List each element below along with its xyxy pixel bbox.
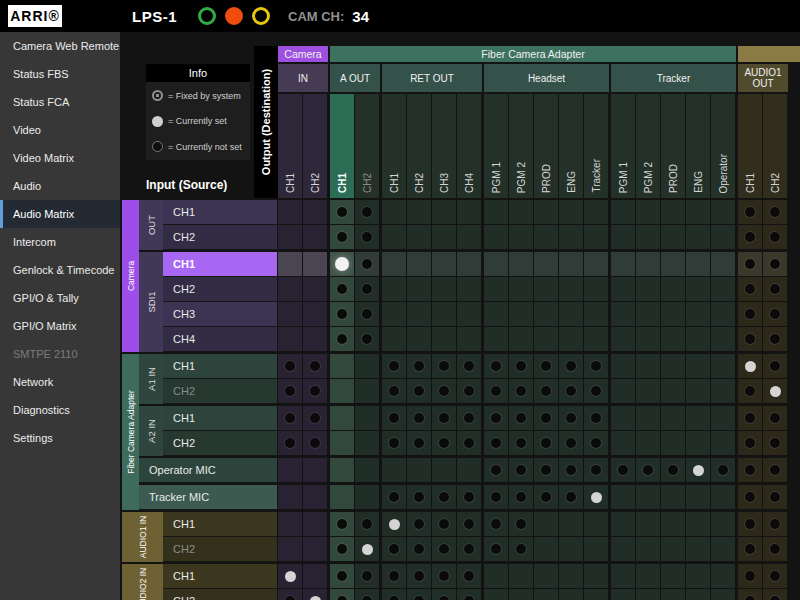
matrix-cell[interactable] <box>559 277 584 302</box>
matrix-cell[interactable] <box>738 406 763 431</box>
matrix-cell[interactable] <box>636 564 661 589</box>
matrix-cell[interactable] <box>330 302 355 327</box>
matrix-cell[interactable] <box>432 537 457 562</box>
matrix-cell[interactable] <box>763 564 788 589</box>
matrix-cell[interactable] <box>355 564 380 589</box>
matrix-cell[interactable] <box>509 302 534 327</box>
matrix-cell[interactable] <box>611 406 636 431</box>
matrix-cell[interactable] <box>278 354 303 379</box>
matrix-cell[interactable] <box>534 379 559 404</box>
matrix-cell[interactable] <box>738 485 763 510</box>
matrix-cell[interactable] <box>303 252 328 277</box>
matrix-cell[interactable] <box>303 379 328 404</box>
sidebar-item-genlock-timecode[interactable]: Genlock & Timecode <box>0 256 120 284</box>
matrix-cell[interactable] <box>355 277 380 302</box>
matrix-cell[interactable] <box>303 225 328 250</box>
matrix-cell[interactable] <box>636 431 661 456</box>
sidebar-item-video[interactable]: Video <box>0 116 120 144</box>
matrix-cell[interactable] <box>711 277 736 302</box>
matrix-cell[interactable] <box>407 564 432 589</box>
matrix-cell[interactable] <box>484 564 509 589</box>
matrix-cell[interactable] <box>636 252 661 277</box>
matrix-cell[interactable] <box>303 200 328 225</box>
matrix-cell[interactable] <box>738 379 763 404</box>
matrix-cell[interactable] <box>407 589 432 600</box>
col-label-tracker[interactable]: Tracker <box>584 94 609 198</box>
matrix-cell[interactable] <box>278 379 303 404</box>
sidebar-item-status-fca[interactable]: Status FCA <box>0 88 120 116</box>
matrix-cell[interactable] <box>382 302 407 327</box>
matrix-cell[interactable] <box>382 379 407 404</box>
matrix-cell[interactable] <box>432 379 457 404</box>
matrix-cell[interactable] <box>509 252 534 277</box>
matrix-cell[interactable] <box>509 406 534 431</box>
matrix-cell[interactable] <box>686 589 711 600</box>
matrix-cell[interactable] <box>484 200 509 225</box>
matrix-cell[interactable] <box>484 302 509 327</box>
matrix-cell[interactable] <box>278 564 303 589</box>
matrix-cell[interactable] <box>559 589 584 600</box>
matrix-cell[interactable] <box>303 512 328 537</box>
col-label-pgm-1[interactable]: PGM 1 <box>484 94 509 198</box>
matrix-cell[interactable] <box>611 327 636 352</box>
matrix-cell[interactable] <box>484 379 509 404</box>
matrix-cell[interactable] <box>763 431 788 456</box>
matrix-cell[interactable] <box>559 458 584 483</box>
matrix-cell[interactable] <box>711 431 736 456</box>
matrix-cell[interactable] <box>330 589 355 600</box>
matrix-cell[interactable] <box>407 302 432 327</box>
row-label-ch2[interactable]: CH2 <box>163 225 277 250</box>
matrix-cell[interactable] <box>355 327 380 352</box>
matrix-cell[interactable] <box>484 225 509 250</box>
matrix-cell[interactable] <box>584 406 609 431</box>
matrix-cell[interactable] <box>457 564 482 589</box>
matrix-cell[interactable] <box>686 431 711 456</box>
col-label-eng[interactable]: ENG <box>559 94 584 198</box>
matrix-cell[interactable] <box>611 485 636 510</box>
col-label-eng[interactable]: ENG <box>686 94 711 198</box>
matrix-cell[interactable] <box>407 379 432 404</box>
matrix-cell[interactable] <box>636 225 661 250</box>
matrix-cell[interactable] <box>534 302 559 327</box>
matrix-cell[interactable] <box>661 458 686 483</box>
matrix-cell[interactable] <box>711 302 736 327</box>
matrix-cell[interactable] <box>584 589 609 600</box>
sidebar-item-video-matrix[interactable]: Video Matrix <box>0 144 120 172</box>
matrix-cell[interactable] <box>559 431 584 456</box>
matrix-cell[interactable] <box>763 225 788 250</box>
matrix-cell[interactable] <box>355 406 380 431</box>
row-label-ch2[interactable]: CH2 <box>163 277 277 302</box>
matrix-cell[interactable] <box>763 406 788 431</box>
matrix-cell[interactable] <box>457 225 482 250</box>
matrix-cell[interactable] <box>559 379 584 404</box>
matrix-cell[interactable] <box>711 485 736 510</box>
matrix-cell[interactable] <box>457 512 482 537</box>
matrix-cell[interactable] <box>534 277 559 302</box>
matrix-cell[interactable] <box>611 458 636 483</box>
matrix-cell[interactable] <box>763 485 788 510</box>
col-label-ch3[interactable]: CH3 <box>432 94 457 198</box>
matrix-cell[interactable] <box>711 225 736 250</box>
matrix-cell[interactable] <box>330 225 355 250</box>
matrix-cell[interactable] <box>534 406 559 431</box>
matrix-cell[interactable] <box>407 512 432 537</box>
matrix-cell[interactable] <box>509 589 534 600</box>
matrix-cell[interactable] <box>303 431 328 456</box>
matrix-cell[interactable] <box>278 277 303 302</box>
matrix-cell[interactable] <box>330 537 355 562</box>
col-label-pgm-1[interactable]: PGM 1 <box>611 94 636 198</box>
matrix-cell[interactable] <box>382 200 407 225</box>
matrix-cell[interactable] <box>432 252 457 277</box>
matrix-cell[interactable] <box>355 225 380 250</box>
matrix-cell[interactable] <box>711 589 736 600</box>
matrix-cell[interactable] <box>611 589 636 600</box>
matrix-cell[interactable] <box>711 354 736 379</box>
matrix-cell[interactable] <box>330 354 355 379</box>
matrix-cell[interactable] <box>559 302 584 327</box>
matrix-cell[interactable] <box>661 302 686 327</box>
matrix-cell[interactable] <box>432 564 457 589</box>
matrix-cell[interactable] <box>636 537 661 562</box>
matrix-cell[interactable] <box>711 564 736 589</box>
matrix-cell[interactable] <box>303 564 328 589</box>
sidebar-item-settings[interactable]: Settings <box>0 424 120 452</box>
